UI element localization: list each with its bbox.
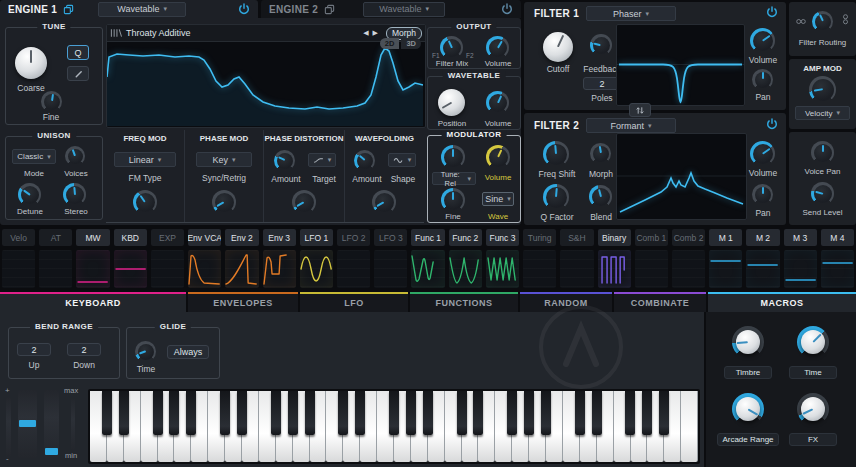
mod-cell-m-1[interactable] bbox=[709, 250, 742, 288]
mod-tab-comb-2[interactable]: Comb 2 bbox=[672, 229, 705, 246]
phase-distortion-target-select[interactable] bbox=[308, 153, 336, 167]
mod-cell-s-h[interactable] bbox=[560, 250, 593, 288]
amp-mod-source-select[interactable]: Velocity bbox=[795, 106, 850, 120]
piano-key-black[interactable] bbox=[119, 391, 129, 435]
output-volume-knob[interactable] bbox=[486, 36, 509, 59]
fine-tune-knob[interactable] bbox=[41, 91, 62, 112]
mod-cell-func-1[interactable] bbox=[411, 250, 444, 288]
piano-key-black[interactable] bbox=[288, 391, 298, 435]
modulator-volume-knob[interactable] bbox=[486, 145, 510, 169]
engine2-copy-icon[interactable] bbox=[324, 4, 335, 15]
mod-tab-kbd[interactable]: KBD bbox=[114, 229, 147, 246]
engine1-power-icon[interactable] bbox=[238, 3, 250, 15]
prev-wavetable-button[interactable]: ◀ bbox=[363, 29, 368, 37]
piano-key-black[interactable] bbox=[507, 391, 517, 435]
mod-tab-turing[interactable]: Turing bbox=[523, 229, 556, 246]
wavetable-name[interactable]: Throaty Additive bbox=[126, 28, 359, 38]
filter2-type-select[interactable]: Formant bbox=[586, 118, 676, 133]
bend-down-value[interactable]: 2 bbox=[67, 343, 101, 356]
phase-mod-sync-select[interactable]: Key bbox=[196, 152, 252, 167]
view-2d-button[interactable]: 2D bbox=[380, 38, 400, 49]
unison-detune-knob[interactable] bbox=[18, 183, 41, 206]
mod-cell-comb-1[interactable] bbox=[635, 250, 668, 288]
mod-tab-exp[interactable]: EXP bbox=[151, 229, 184, 246]
mod-cell-lfo-2[interactable] bbox=[337, 250, 370, 288]
mod-wheel-thumb[interactable] bbox=[19, 420, 36, 427]
tab-functions[interactable]: FUNCTIONS bbox=[410, 292, 518, 312]
mod-cell-mw[interactable] bbox=[76, 250, 109, 288]
amp-mod-knob[interactable] bbox=[809, 76, 836, 103]
piano-key-black[interactable] bbox=[406, 391, 416, 435]
mod-cell-binary[interactable] bbox=[598, 250, 631, 288]
engine1-tab[interactable]: ENGINE 1 Wavetable bbox=[0, 0, 258, 18]
unison-voices-knob[interactable] bbox=[65, 146, 85, 166]
macro-knob-timbre[interactable] bbox=[732, 326, 764, 358]
mod-cell-func-3[interactable] bbox=[486, 250, 519, 288]
edit-tune-button[interactable] bbox=[67, 66, 89, 81]
wavefolding-shape-select[interactable] bbox=[388, 153, 416, 167]
mod-cell-env-vca[interactable] bbox=[188, 250, 221, 288]
piano-key-black[interactable] bbox=[237, 391, 247, 435]
mod-cell-m-3[interactable] bbox=[784, 250, 817, 288]
mod-tab-env-3[interactable]: Env 3 bbox=[263, 229, 296, 246]
mod-cell-m-4[interactable] bbox=[821, 250, 854, 288]
filter2-morph-knob[interactable] bbox=[590, 143, 611, 164]
filter-mix-knob[interactable] bbox=[440, 36, 463, 59]
wavefolding-depth-knob[interactable] bbox=[372, 190, 396, 214]
mod-cell-lfo-1[interactable] bbox=[300, 250, 333, 288]
modulator-fine-knob[interactable] bbox=[441, 188, 465, 212]
mod-wheel-slider[interactable] bbox=[18, 390, 37, 458]
mod-tab-func-2[interactable]: Func 2 bbox=[449, 229, 482, 246]
mod-tab-env-2[interactable]: Env 2 bbox=[225, 229, 258, 246]
phase-distortion-depth-knob[interactable] bbox=[292, 190, 316, 214]
mod-tab-m-1[interactable]: M 1 bbox=[709, 229, 742, 246]
pitch-bend-slider[interactable] bbox=[6, 397, 11, 457]
voice-pan-knob[interactable] bbox=[811, 141, 834, 164]
piano-key-black[interactable] bbox=[625, 391, 635, 435]
mod-tab-velo[interactable]: Velo bbox=[2, 229, 35, 246]
wavetable-volume-knob[interactable] bbox=[486, 91, 509, 114]
piano-key-white[interactable] bbox=[681, 391, 698, 462]
mod-cell-m-2[interactable] bbox=[746, 250, 779, 288]
mod-cell-comb-2[interactable] bbox=[672, 250, 705, 288]
filter-routing-knob[interactable] bbox=[812, 11, 833, 32]
filter1-pan-knob[interactable] bbox=[752, 69, 773, 90]
filter-series-link-button[interactable] bbox=[629, 103, 651, 117]
mod-tab-m-4[interactable]: M 4 bbox=[821, 229, 854, 246]
engine2-type-select[interactable]: Wavetable bbox=[363, 2, 445, 17]
quantize-button[interactable]: Q bbox=[67, 45, 89, 60]
mod-tab-func-1[interactable]: Func 1 bbox=[411, 229, 444, 246]
piano-key-black[interactable] bbox=[473, 391, 483, 435]
filter2-freq-shift-knob[interactable] bbox=[543, 141, 569, 167]
macro-knob-fx[interactable] bbox=[797, 393, 829, 425]
piano-key-black[interactable] bbox=[305, 391, 315, 435]
engine1-copy-icon[interactable] bbox=[63, 4, 74, 15]
glide-mode-button[interactable]: Always bbox=[167, 345, 209, 359]
phase-distortion-amount-knob[interactable] bbox=[274, 150, 295, 171]
tab-combinate[interactable]: COMBINATE bbox=[614, 292, 706, 312]
freq-mod-amount-knob[interactable] bbox=[133, 190, 157, 214]
mod-cell-env-2[interactable] bbox=[225, 250, 258, 288]
tab-lfo[interactable]: LFO bbox=[300, 292, 408, 312]
modulator-tune-mode-select[interactable]: Tune: Rel bbox=[432, 172, 476, 185]
glide-time-knob[interactable] bbox=[135, 341, 156, 362]
wavefolding-amount-knob[interactable] bbox=[354, 150, 375, 171]
piano-key-black[interactable] bbox=[338, 391, 348, 435]
engine2-tab[interactable]: ENGINE 2 Wavetable bbox=[261, 0, 521, 18]
filter2-power-icon[interactable] bbox=[766, 118, 778, 130]
piano-key-black[interactable] bbox=[541, 391, 551, 435]
mod-tab-lfo-3[interactable]: LFO 3 bbox=[374, 229, 407, 246]
macro-knob-arcade-range[interactable] bbox=[732, 393, 764, 425]
phase-mod-amount-knob[interactable] bbox=[212, 190, 236, 214]
piano-key-black[interactable] bbox=[659, 391, 669, 435]
filter1-feedback-knob[interactable] bbox=[590, 34, 612, 56]
piano-key-black[interactable] bbox=[186, 391, 196, 435]
unison-stereo-knob[interactable] bbox=[63, 183, 86, 206]
filter2-pan-knob[interactable] bbox=[752, 184, 773, 205]
piano-key-black[interactable] bbox=[457, 391, 467, 435]
piano-key-black[interactable] bbox=[271, 391, 281, 435]
mod-tab-m-3[interactable]: M 3 bbox=[784, 229, 817, 246]
modulator-tune-knob[interactable] bbox=[441, 145, 465, 169]
fm-type-select[interactable]: Linear bbox=[114, 152, 176, 167]
mod-tab-func-3[interactable]: Func 3 bbox=[486, 229, 519, 246]
